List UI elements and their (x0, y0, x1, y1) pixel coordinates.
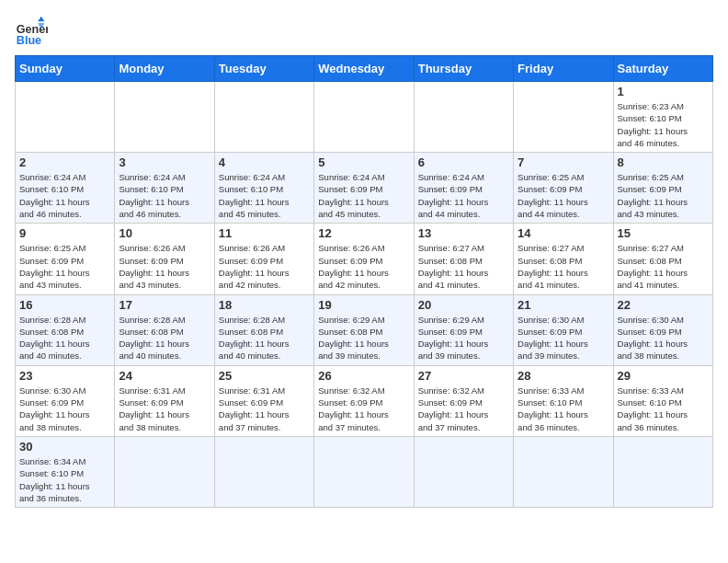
calendar-cell: 9Sunrise: 6:25 AM Sunset: 6:09 PM Daylig… (16, 224, 115, 294)
calendar-cell: 29Sunrise: 6:33 AM Sunset: 6:10 PM Dayli… (613, 365, 712, 436)
day-number: 20 (418, 298, 509, 312)
calendar-cell (16, 82, 115, 153)
calendar-cell: 20Sunrise: 6:29 AM Sunset: 6:09 PM Dayli… (414, 294, 513, 365)
calendar-week-5: 23Sunrise: 6:30 AM Sunset: 6:09 PM Dayli… (16, 365, 713, 436)
calendar-cell: 13Sunrise: 6:27 AM Sunset: 6:08 PM Dayli… (414, 224, 513, 294)
page-header: General Blue (15, 15, 713, 48)
cell-info: Sunrise: 6:27 AM Sunset: 6:08 PM Dayligh… (418, 242, 509, 291)
weekday-header-monday: Monday (115, 56, 214, 82)
cell-info: Sunrise: 6:30 AM Sunset: 6:09 PM Dayligh… (19, 385, 110, 433)
calendar-cell (414, 436, 513, 507)
day-number: 23 (19, 369, 110, 383)
cell-info: Sunrise: 6:28 AM Sunset: 6:08 PM Dayligh… (119, 314, 210, 362)
svg-marker-2 (38, 17, 44, 21)
calendar-cell: 28Sunrise: 6:33 AM Sunset: 6:10 PM Dayli… (514, 365, 613, 436)
calendar-cell: 16Sunrise: 6:28 AM Sunset: 6:08 PM Dayli… (16, 294, 115, 365)
calendar-cell: 30Sunrise: 6:34 AM Sunset: 6:10 PM Dayli… (16, 436, 115, 507)
calendar-week-2: 2Sunrise: 6:24 AM Sunset: 6:10 PM Daylig… (16, 153, 713, 224)
calendar-cell: 18Sunrise: 6:28 AM Sunset: 6:08 PM Dayli… (214, 294, 313, 365)
weekday-header-sunday: Sunday (16, 56, 115, 82)
cell-info: Sunrise: 6:30 AM Sunset: 6:09 PM Dayligh… (518, 314, 609, 362)
weekday-header-thursday: Thursday (414, 56, 513, 82)
calendar-week-3: 9Sunrise: 6:25 AM Sunset: 6:09 PM Daylig… (16, 224, 713, 294)
day-number: 16 (19, 298, 110, 312)
calendar-cell: 26Sunrise: 6:32 AM Sunset: 6:09 PM Dayli… (314, 365, 414, 436)
calendar-cell (514, 82, 613, 153)
day-number: 12 (318, 226, 409, 240)
day-number: 11 (219, 226, 310, 240)
cell-info: Sunrise: 6:33 AM Sunset: 6:10 PM Dayligh… (518, 385, 609, 433)
day-number: 25 (219, 369, 310, 383)
cell-info: Sunrise: 6:28 AM Sunset: 6:08 PM Dayligh… (19, 314, 110, 362)
day-number: 10 (119, 226, 210, 240)
cell-info: Sunrise: 6:33 AM Sunset: 6:10 PM Dayligh… (618, 385, 709, 433)
calendar-cell: 3Sunrise: 6:24 AM Sunset: 6:10 PM Daylig… (115, 153, 214, 224)
day-number: 28 (518, 369, 609, 383)
calendar-cell (613, 436, 712, 507)
calendar-cell (214, 436, 313, 507)
weekday-header-tuesday: Tuesday (214, 56, 313, 82)
day-number: 8 (618, 155, 709, 169)
day-number: 4 (219, 155, 310, 169)
weekday-header-friday: Friday (514, 56, 613, 82)
calendar-table: SundayMondayTuesdayWednesdayThursdayFrid… (15, 55, 713, 508)
cell-info: Sunrise: 6:24 AM Sunset: 6:09 PM Dayligh… (418, 171, 509, 220)
calendar-cell: 7Sunrise: 6:25 AM Sunset: 6:09 PM Daylig… (514, 153, 613, 224)
calendar-cell (314, 436, 414, 507)
day-number: 19 (318, 298, 409, 312)
cell-info: Sunrise: 6:30 AM Sunset: 6:09 PM Dayligh… (618, 314, 709, 362)
cell-info: Sunrise: 6:24 AM Sunset: 6:09 PM Dayligh… (318, 171, 409, 220)
cell-info: Sunrise: 6:26 AM Sunset: 6:09 PM Dayligh… (318, 242, 409, 291)
day-number: 29 (618, 369, 709, 383)
calendar-week-6: 30Sunrise: 6:34 AM Sunset: 6:10 PM Dayli… (16, 436, 713, 507)
calendar-cell (214, 82, 313, 153)
cell-info: Sunrise: 6:24 AM Sunset: 6:10 PM Dayligh… (19, 171, 110, 220)
cell-info: Sunrise: 6:27 AM Sunset: 6:08 PM Dayligh… (618, 242, 709, 291)
day-number: 22 (618, 298, 709, 312)
calendar-cell: 2Sunrise: 6:24 AM Sunset: 6:10 PM Daylig… (16, 153, 115, 224)
cell-info: Sunrise: 6:24 AM Sunset: 6:10 PM Dayligh… (119, 171, 210, 220)
cell-info: Sunrise: 6:26 AM Sunset: 6:09 PM Dayligh… (219, 242, 310, 291)
day-number: 24 (119, 369, 210, 383)
cell-info: Sunrise: 6:26 AM Sunset: 6:09 PM Dayligh… (119, 242, 210, 291)
cell-info: Sunrise: 6:31 AM Sunset: 6:09 PM Dayligh… (119, 385, 210, 433)
day-number: 27 (418, 369, 509, 383)
day-number: 2 (19, 155, 110, 169)
cell-info: Sunrise: 6:23 AM Sunset: 6:10 PM Dayligh… (618, 100, 709, 149)
calendar-cell: 4Sunrise: 6:24 AM Sunset: 6:10 PM Daylig… (214, 153, 313, 224)
day-number: 26 (318, 369, 409, 383)
calendar-cell: 21Sunrise: 6:30 AM Sunset: 6:09 PM Dayli… (514, 294, 613, 365)
calendar-cell: 27Sunrise: 6:32 AM Sunset: 6:09 PM Dayli… (414, 365, 513, 436)
day-number: 15 (618, 226, 709, 240)
day-number: 7 (518, 155, 609, 169)
logo: General Blue (15, 15, 51, 48)
weekday-header-wednesday: Wednesday (314, 56, 414, 82)
cell-info: Sunrise: 6:25 AM Sunset: 6:09 PM Dayligh… (518, 171, 609, 220)
day-number: 30 (19, 440, 110, 454)
calendar-cell (115, 82, 214, 153)
weekday-header-saturday: Saturday (613, 56, 712, 82)
calendar-cell: 10Sunrise: 6:26 AM Sunset: 6:09 PM Dayli… (115, 224, 214, 294)
logo-icon: General Blue (15, 15, 48, 48)
calendar-cell: 1Sunrise: 6:23 AM Sunset: 6:10 PM Daylig… (613, 82, 712, 153)
cell-info: Sunrise: 6:28 AM Sunset: 6:08 PM Dayligh… (219, 314, 310, 362)
cell-info: Sunrise: 6:31 AM Sunset: 6:09 PM Dayligh… (219, 385, 310, 433)
day-number: 9 (19, 226, 110, 240)
calendar-cell (115, 436, 214, 507)
calendar-cell: 12Sunrise: 6:26 AM Sunset: 6:09 PM Dayli… (314, 224, 414, 294)
day-number: 21 (518, 298, 609, 312)
calendar-cell: 23Sunrise: 6:30 AM Sunset: 6:09 PM Dayli… (16, 365, 115, 436)
calendar-cell: 15Sunrise: 6:27 AM Sunset: 6:08 PM Dayli… (613, 224, 712, 294)
calendar-cell: 11Sunrise: 6:26 AM Sunset: 6:09 PM Dayli… (214, 224, 313, 294)
calendar-cell: 24Sunrise: 6:31 AM Sunset: 6:09 PM Dayli… (115, 365, 214, 436)
day-number: 1 (618, 85, 709, 98)
cell-info: Sunrise: 6:29 AM Sunset: 6:09 PM Dayligh… (418, 314, 509, 362)
cell-info: Sunrise: 6:32 AM Sunset: 6:09 PM Dayligh… (318, 385, 409, 433)
calendar-cell: 8Sunrise: 6:25 AM Sunset: 6:09 PM Daylig… (613, 153, 712, 224)
calendar-cell: 22Sunrise: 6:30 AM Sunset: 6:09 PM Dayli… (613, 294, 712, 365)
cell-info: Sunrise: 6:27 AM Sunset: 6:08 PM Dayligh… (518, 242, 609, 291)
svg-text:Blue: Blue (17, 34, 41, 47)
calendar-week-4: 16Sunrise: 6:28 AM Sunset: 6:08 PM Dayli… (16, 294, 713, 365)
cell-info: Sunrise: 6:29 AM Sunset: 6:08 PM Dayligh… (318, 314, 409, 362)
cell-info: Sunrise: 6:34 AM Sunset: 6:10 PM Dayligh… (19, 455, 110, 504)
